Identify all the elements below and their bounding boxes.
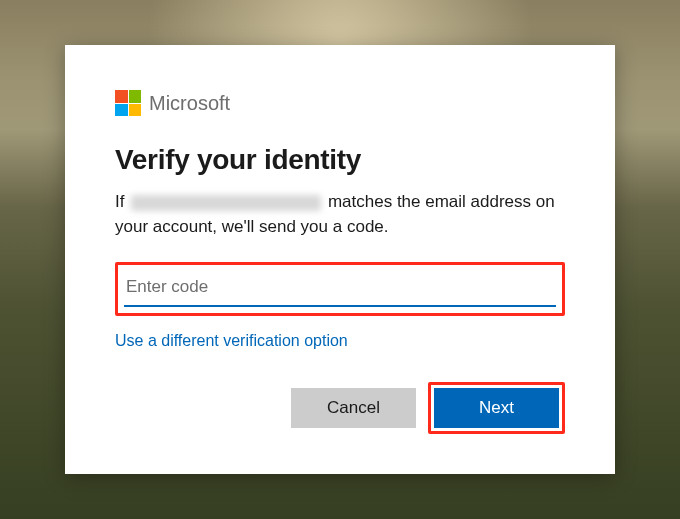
input-highlight-box [115,262,565,316]
button-row: Cancel Next [115,382,565,434]
next-highlight-box: Next [428,382,565,434]
microsoft-logo-icon [115,90,141,116]
cancel-button[interactable]: Cancel [291,388,416,428]
brand-label: Microsoft [149,92,230,115]
description: If matches the email address on your acc… [115,190,565,239]
desc-prefix: If [115,192,124,211]
logo-row: Microsoft [115,90,565,116]
code-input[interactable] [124,269,556,307]
next-button[interactable]: Next [434,388,559,428]
verify-card: Microsoft Verify your identity If matche… [65,45,615,473]
redacted-email [131,195,321,211]
alt-verification-link[interactable]: Use a different verification option [115,332,348,350]
page-title: Verify your identity [115,144,565,176]
